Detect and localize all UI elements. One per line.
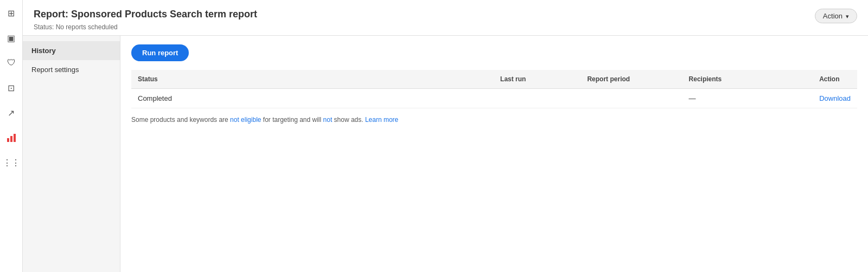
grid-icon[interactable]: ⊞ [4,5,19,21]
svg-rect-2 [14,134,16,142]
col-header-status: Status [131,70,494,89]
footer-text-before: Some products and keywords are [131,116,230,124]
col-header-action: Action [813,70,857,89]
action-button-label: Action [823,12,843,20]
bar-chart-icon[interactable] [4,130,19,145]
download-link[interactable]: Download [819,94,851,102]
chart-line-icon[interactable]: ↗ [4,105,19,120]
cell-status: Completed [131,89,494,108]
sidebar-item-report-settings[interactable]: Report settings [23,60,120,79]
cell-recipients: — [682,89,813,108]
footer-not-link[interactable]: not [323,116,333,124]
cell-report-period [580,89,682,108]
right-panel: Run report Status Last run Report period… [120,36,868,272]
col-header-last-run: Last run [494,70,580,89]
footer-text-after: show ads. [332,116,365,124]
layout-icon[interactable]: ▣ [4,30,19,46]
footer-learn-more-link[interactable]: Learn more [365,116,398,124]
svg-rect-1 [10,136,12,142]
footer-note: Some products and keywords are not eligi… [131,116,857,124]
title-bold: Sponsored Products Search term report [71,9,257,20]
chevron-down-icon [846,12,849,20]
cell-action: Download [813,89,857,108]
cell-last-run [494,89,580,108]
title-prefix: Report: [34,9,71,20]
page-title: Report: Sponsored Products Search term r… [34,9,257,20]
footer-text-middle: for targeting and will [261,116,323,124]
apps-icon[interactable]: ⋮⋮ [4,155,19,170]
svg-rect-0 [7,138,9,142]
main-content: Report: Sponsored Products Search term r… [23,0,868,272]
action-button[interactable]: Action [815,9,857,23]
shield-icon[interactable]: 🛡 [4,55,19,70]
col-header-report-period: Report period [580,70,682,89]
run-report-button[interactable]: Run report [131,44,189,61]
report-table: Status Last run Report period Recipients… [131,70,857,108]
table-row: Completed — Download [131,89,857,108]
sidebar-item-history[interactable]: History [23,41,120,60]
table-header-row: Status Last run Report period Recipients… [131,70,857,89]
sidebar: ⊞ ▣ 🛡 ⊡ ↗ ⋮⋮ [0,0,23,272]
page-header: Report: Sponsored Products Search term r… [23,0,868,36]
left-nav: History Report settings [23,36,120,272]
body-area: History Report settings Run report Statu… [23,36,868,272]
monitor-icon[interactable]: ⊡ [4,80,19,95]
col-header-recipients: Recipients [682,70,813,89]
status-text: Status: No reports scheduled [34,23,257,31]
footer-not-eligible-link[interactable]: not eligible [230,116,261,124]
